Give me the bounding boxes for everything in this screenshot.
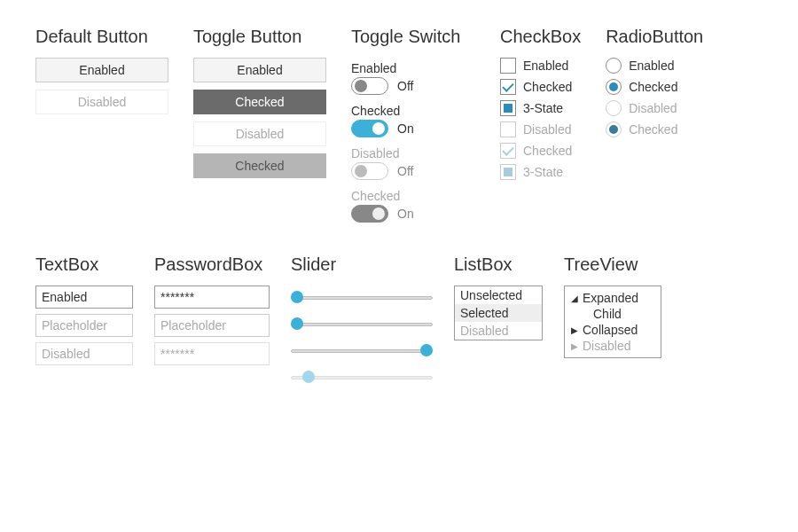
radio-enabled[interactable] xyxy=(606,58,622,74)
listbox[interactable]: Unselected Selected Disabled xyxy=(454,286,543,340)
listbox-title: ListBox xyxy=(454,254,543,275)
tree-item-child[interactable]: Child xyxy=(570,306,655,322)
listbox-section: ListBox Unselected Selected Disabled xyxy=(454,254,543,340)
radio-checked[interactable] xyxy=(606,79,622,95)
slider-title: Slider xyxy=(291,254,433,275)
treeview-title: TreeView xyxy=(564,254,661,275)
checkbox-disabled xyxy=(500,121,516,137)
textbox-enabled[interactable]: Enabled xyxy=(35,286,133,309)
slider-enabled-2[interactable] xyxy=(291,319,433,330)
listbox-item-selected[interactable]: Selected xyxy=(455,304,542,322)
toggle-switch-label-checked: Checked xyxy=(351,104,475,118)
textbox-title: TextBox xyxy=(35,254,133,275)
switch-knob-icon xyxy=(355,80,367,92)
radio-checked-disabled xyxy=(606,121,622,137)
toggle-button-title: Toggle Button xyxy=(193,27,326,47)
radio-label: Enabled xyxy=(629,59,674,73)
textbox-disabled: Disabled xyxy=(35,342,133,365)
toggle-button-checked[interactable]: Checked xyxy=(193,90,326,114)
checkbox-label: Enabled xyxy=(523,59,568,73)
radio-disabled xyxy=(606,100,622,116)
slider-thumb-icon[interactable] xyxy=(291,291,303,303)
tree-item-collapsed[interactable]: ▶Collapsed xyxy=(570,322,655,338)
default-button-disabled: Disabled xyxy=(35,90,168,114)
checkbox-tristate[interactable] xyxy=(500,100,516,116)
toggle-switch-section: Toggle Switch Enabled Off Checked On Dis… xyxy=(351,27,475,228)
checkbox-label: 3-State xyxy=(523,165,563,179)
passwordbox-disabled: ******* xyxy=(154,342,270,365)
default-button-section: Default Button Enabled Disabled xyxy=(35,27,168,121)
triangle-right-icon[interactable]: ▶ xyxy=(570,325,579,335)
toggle-switch-label-disabled: Disabled xyxy=(351,146,475,160)
listbox-item-disabled: Disabled xyxy=(455,322,542,340)
tree-item-expanded[interactable]: ◢Expanded xyxy=(570,290,655,306)
toggle-button-enabled[interactable]: Enabled xyxy=(193,58,326,82)
toggle-button-checked-disabled: Checked xyxy=(193,153,326,178)
radio-label: Disabled xyxy=(629,101,677,115)
slider-enabled-1[interactable] xyxy=(291,293,433,303)
checkbox-tristate-disabled xyxy=(500,164,516,180)
toggle-switch-checked[interactable] xyxy=(351,120,388,137)
checkbox-title: CheckBox xyxy=(500,27,581,47)
default-button-title: Default Button xyxy=(35,27,168,47)
listbox-item-unselected[interactable]: Unselected xyxy=(455,286,542,304)
radio-title: RadioButton xyxy=(606,27,703,47)
toggle-switch-disabled xyxy=(351,162,388,180)
slider-thumb-icon[interactable] xyxy=(291,317,303,330)
toggle-switch-state-off-disabled: Off xyxy=(397,164,413,178)
radio-label: Checked xyxy=(629,122,677,137)
slider-thumb-icon[interactable] xyxy=(420,344,433,356)
treeview-section: TreeView ◢Expanded Child ▶Collapsed ▶Dis… xyxy=(564,254,661,358)
slider-track xyxy=(291,296,433,300)
treeview[interactable]: ◢Expanded Child ▶Collapsed ▶Disabled xyxy=(564,286,661,358)
default-button-enabled[interactable]: Enabled xyxy=(35,58,168,82)
switch-knob-icon xyxy=(372,122,385,135)
toggle-switch-label-checked-disabled: Checked xyxy=(351,189,475,203)
tree-item-disabled: ▶Disabled xyxy=(570,338,655,354)
toggle-switch-title: Toggle Switch xyxy=(351,27,475,47)
textbox-section: TextBox Enabled Placeholder Disabled xyxy=(35,254,133,371)
checkbox-label: 3-State xyxy=(523,101,563,115)
checkbox-label: Disabled xyxy=(523,122,571,137)
toggle-switch-state-on: On xyxy=(397,121,414,136)
checkbox-checked[interactable] xyxy=(500,79,516,95)
slider-track xyxy=(291,323,433,326)
checkbox-label: Checked xyxy=(523,144,572,158)
passwordbox-title: PasswordBox xyxy=(154,254,270,275)
slider-section: Slider xyxy=(291,254,433,383)
passwordbox-placeholder[interactable]: Placeholder xyxy=(154,314,270,337)
switch-knob-icon xyxy=(355,165,367,177)
checkbox-section: CheckBox Enabled Checked 3-State Disable… xyxy=(500,27,581,185)
slider-disabled xyxy=(291,372,433,383)
toggle-button-section: Toggle Button Enabled Checked Disabled C… xyxy=(193,27,326,185)
toggle-switch-checked-disabled xyxy=(351,205,388,223)
toggle-switch-enabled[interactable] xyxy=(351,77,388,95)
checkbox-enabled[interactable] xyxy=(500,58,516,74)
slider-thumb-icon xyxy=(302,371,315,383)
switch-knob-icon xyxy=(372,207,385,220)
triangle-right-icon: ▶ xyxy=(570,341,579,351)
passwordbox-section: PasswordBox ******* Placeholder ******* xyxy=(154,254,270,371)
radio-label: Checked xyxy=(629,80,677,94)
checkbox-checked-disabled xyxy=(500,143,516,159)
slider-enabled-3[interactable] xyxy=(291,346,433,356)
toggle-switch-state-off: Off xyxy=(397,79,413,93)
toggle-button-disabled: Disabled xyxy=(193,121,326,146)
slider-track xyxy=(291,349,433,353)
toggle-switch-label-enabled: Enabled xyxy=(351,61,475,75)
triangle-down-icon[interactable]: ◢ xyxy=(570,293,579,303)
passwordbox-enabled[interactable]: ******* xyxy=(154,286,270,309)
textbox-placeholder[interactable]: Placeholder xyxy=(35,314,133,337)
checkbox-label: Checked xyxy=(523,80,572,94)
toggle-switch-state-on-disabled: On xyxy=(397,207,414,221)
radio-section: RadioButton Enabled Checked Disabled Che… xyxy=(606,27,703,143)
